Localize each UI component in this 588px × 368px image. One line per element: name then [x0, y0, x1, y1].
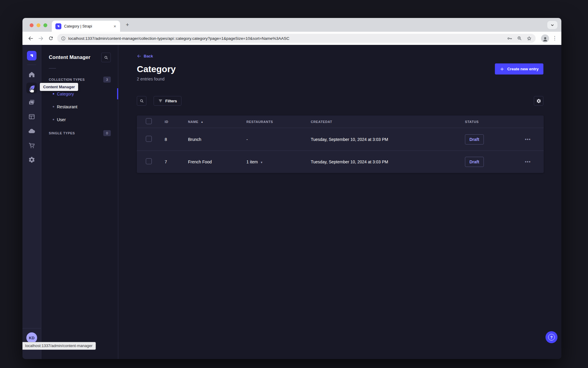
active-indicator	[117, 88, 118, 99]
list-search-button[interactable]	[137, 96, 146, 106]
subnav-divider	[49, 68, 56, 69]
bullet-icon	[53, 106, 54, 107]
user-avatar[interactable]: KD	[26, 332, 37, 343]
status-badge: Draft	[465, 157, 484, 167]
page-title: Category	[137, 64, 176, 74]
column-header-status[interactable]: STATUS	[463, 120, 523, 124]
back-link[interactable]: Back	[137, 54, 153, 58]
browser-menu-icon[interactable]: ⋮	[552, 37, 557, 40]
subnav-search-button[interactable]	[101, 53, 111, 62]
row-actions-icon[interactable]: •••	[525, 137, 531, 142]
column-header-restaurants[interactable]: RESTAURANTS	[245, 120, 309, 124]
close-window-button[interactable]	[30, 23, 34, 27]
table-row[interactable]: 7 French Food 1 item▼ Tuesday, September…	[137, 150, 544, 173]
single-types-count-badge: 0	[103, 130, 111, 136]
filter-icon	[158, 98, 163, 103]
collection-types-list: Category Restaurant User	[49, 87, 111, 126]
nav-content-type-builder-icon[interactable]	[26, 111, 37, 122]
column-header-createdat[interactable]: CREATEDAT	[309, 120, 463, 124]
strapi-logo[interactable]	[27, 51, 37, 60]
arrow-left-icon	[137, 54, 141, 58]
new-tab-button[interactable]: +	[126, 22, 129, 28]
sort-asc-icon: ▲	[201, 121, 204, 123]
close-tab-icon[interactable]: ×	[113, 24, 117, 29]
tab-search-button[interactable]	[547, 21, 557, 29]
table-header-row: ID NAME▲ RESTAURANTS CREATEDAT STATUS	[137, 115, 544, 128]
site-info-icon[interactable]	[61, 36, 66, 41]
nav-media-library-icon[interactable]	[26, 97, 37, 108]
bullet-icon	[53, 93, 54, 95]
cell-createdat: Tuesday, September 10, 2024 at 3:03 PM	[309, 159, 463, 164]
url-bar-icons	[507, 36, 532, 41]
single-types-label: SINGLE TYPES	[49, 131, 75, 135]
chevron-down-icon: ▼	[260, 161, 263, 164]
rail-footer-divider	[22, 328, 41, 329]
traffic-lights	[30, 23, 47, 27]
question-mark-icon: ?	[548, 334, 555, 340]
subnav-title: Content Manager	[49, 54, 90, 60]
column-header-id[interactable]: ID	[163, 120, 187, 124]
entries-table: ID NAME▲ RESTAURANTS CREATEDAT STATUS 8 …	[137, 115, 544, 173]
link-status-bubble: localhost:1337/admin/content-manager	[22, 342, 96, 350]
content-manager-subnav: Content Manager COLLECTION TYPES 3 Categ…	[41, 45, 118, 359]
bullet-icon	[53, 119, 54, 120]
cell-name: French Food	[187, 159, 245, 164]
row-actions-icon[interactable]: •••	[525, 159, 531, 164]
browser-profile-icon[interactable]	[541, 34, 549, 42]
cell-id: 8	[163, 137, 187, 142]
row-checkbox[interactable]	[146, 136, 152, 142]
nav-home-icon[interactable]	[26, 69, 37, 80]
cell-id: 7	[163, 159, 187, 164]
back-icon[interactable]	[25, 33, 36, 43]
main-content: Back Category Create new entry 2 entries…	[118, 45, 561, 359]
zoom-window-button[interactable]	[43, 23, 47, 27]
cell-name: Brunch	[187, 137, 245, 142]
cell-restaurants: -	[245, 137, 309, 142]
view-settings-button[interactable]	[534, 96, 543, 106]
browser-window: Category | Strapi × + localhost:1337/adm…	[22, 18, 561, 359]
entries-count: 2 entries found	[137, 77, 543, 81]
tab-strip: Category | Strapi × +	[22, 18, 561, 32]
forward-icon[interactable]	[36, 33, 46, 43]
strapi-favicon-icon	[55, 23, 61, 29]
search-icon	[104, 55, 108, 60]
column-header-name[interactable]: NAME▲	[187, 120, 245, 124]
tab-title: Category | Strapi	[64, 24, 113, 28]
cell-createdat: Tuesday, September 10, 2024 at 3:03 PM	[309, 137, 463, 142]
gear-icon	[536, 98, 541, 104]
rail-divider	[27, 65, 36, 65]
help-button[interactable]: ?	[545, 331, 557, 343]
zoom-in-icon[interactable]	[517, 36, 522, 41]
filters-button[interactable]: Filters	[154, 96, 181, 106]
select-all-checkbox[interactable]	[146, 118, 152, 124]
bookmark-star-icon[interactable]	[526, 36, 532, 41]
table-row[interactable]: 8 Brunch - Tuesday, September 10, 2024 a…	[137, 128, 544, 150]
nav-cloud-icon[interactable]	[26, 126, 37, 136]
url-text[interactable]: localhost:1337/admin/content-manager/col…	[68, 36, 504, 41]
search-icon	[140, 99, 144, 103]
browser-toolbar: localhost:1337/admin/content-manager/col…	[22, 32, 561, 45]
row-checkbox[interactable]	[146, 158, 152, 164]
subnav-item-restaurant[interactable]: Restaurant	[49, 100, 111, 113]
create-new-entry-button[interactable]: Create new entry	[495, 63, 543, 74]
status-badge: Draft	[465, 134, 484, 145]
password-key-icon[interactable]	[507, 36, 513, 41]
nav-settings-icon[interactable]	[26, 154, 37, 165]
mouse-cursor	[28, 86, 35, 93]
collection-types-count-badge: 3	[103, 77, 111, 83]
collection-types-label: COLLECTION TYPES	[49, 78, 85, 81]
url-bar[interactable]: localhost:1337/admin/content-manager/col…	[57, 34, 536, 43]
reload-icon[interactable]	[46, 33, 56, 43]
strapi-app: KD Content Manager COLLECTION TYPES 3 Ca…	[22, 45, 561, 359]
cell-restaurants[interactable]: 1 item▼	[245, 159, 309, 164]
minimize-window-button[interactable]	[37, 23, 40, 27]
subnav-item-user[interactable]: User	[49, 113, 111, 126]
browser-tab[interactable]: Category | Strapi ×	[52, 21, 120, 32]
plus-icon	[500, 67, 504, 72]
nav-marketplace-icon[interactable]	[26, 140, 37, 151]
content-manager-tooltip: Content Manager	[40, 83, 78, 91]
